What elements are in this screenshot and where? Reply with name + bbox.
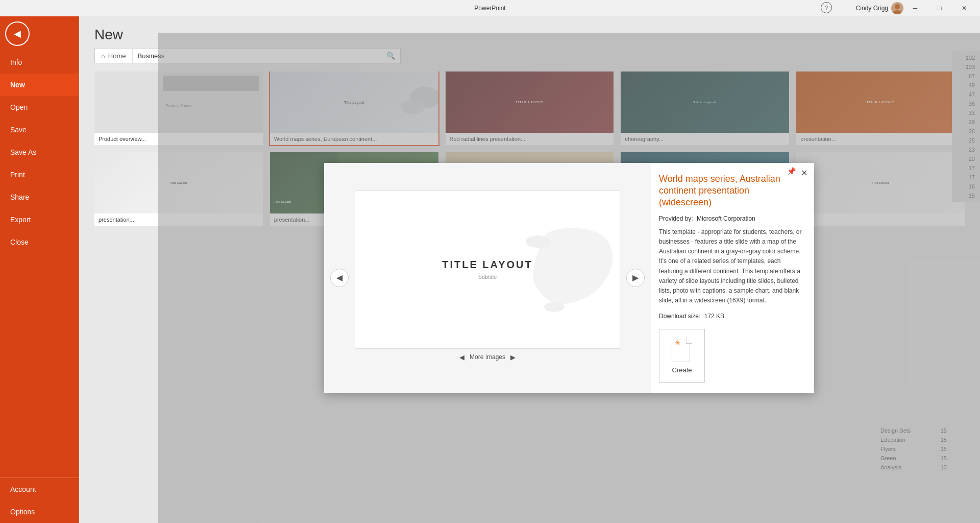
- create-icon-star: ✳: [675, 339, 681, 347]
- modal-template-title: World maps series, Australian continent …: [659, 173, 804, 209]
- sidebar: ◀ Info New Open Save Save As Print Share…: [0, 16, 79, 523]
- user-area: Cindy Grigg: [856, 0, 903, 16]
- sidebar-item-share[interactable]: Share: [0, 186, 79, 208]
- title-bar: PowerPoint Cindy Grigg ? ─ □ ✕: [0, 0, 980, 16]
- modal-download-size: Download size: 172 KB: [659, 313, 804, 320]
- sidebar-item-export[interactable]: Export: [0, 208, 79, 231]
- modal-provided-by: Provided by: Microsoft Corporation: [659, 215, 804, 222]
- minimize-button[interactable]: ─: [903, 0, 927, 16]
- modal-prev-button[interactable]: ◀: [330, 269, 349, 287]
- avatar: [891, 2, 903, 14]
- main-content: New ⌂ Home 🔍 Product Name Product overvi…: [79, 16, 980, 523]
- create-button[interactable]: ✳ Create: [659, 329, 705, 383]
- modal-overlay: ✕ 📌 ◀: [158, 33, 980, 523]
- maximize-button[interactable]: □: [928, 0, 951, 16]
- help-button[interactable]: ?: [821, 2, 832, 13]
- home-label: Home: [108, 52, 126, 60]
- home-icon: ⌂: [101, 52, 105, 60]
- window-controls: ─ □ ✕: [903, 0, 976, 16]
- sidebar-item-info[interactable]: Info: [0, 51, 79, 74]
- modal-info-area: World maps series, Australian continent …: [651, 163, 814, 393]
- create-icon-fold: [686, 338, 692, 344]
- back-button[interactable]: ◀: [5, 21, 30, 46]
- more-images-label: More Images: [470, 353, 505, 361]
- svg-point-6: [526, 235, 550, 248]
- sidebar-item-print[interactable]: Print: [0, 163, 79, 186]
- sidebar-item-close[interactable]: Close: [0, 231, 79, 253]
- sidebar-item-options[interactable]: Options: [0, 501, 79, 523]
- user-name: Cindy Grigg: [856, 5, 888, 12]
- sidebar-item-save[interactable]: Save: [0, 118, 79, 141]
- modal-body: ◀ TITLE LAYOUT: [324, 163, 814, 393]
- modal-dialog: ✕ 📌 ◀: [324, 163, 814, 393]
- svg-point-5: [544, 302, 565, 312]
- preview-subtitle: Subtitle: [442, 274, 532, 280]
- modal-next-button[interactable]: ▶: [626, 269, 645, 287]
- svg-point-1: [893, 10, 902, 14]
- create-label: Create: [672, 366, 692, 374]
- images-prev-button[interactable]: ◀: [459, 353, 464, 361]
- modal-pin-button[interactable]: 📌: [787, 167, 796, 175]
- home-breadcrumb[interactable]: ⌂ Home: [95, 49, 133, 63]
- sidebar-item-save-as[interactable]: Save As: [0, 141, 79, 163]
- modal-close-button[interactable]: ✕: [798, 167, 810, 179]
- preview-title: TITLE LAYOUT: [442, 259, 532, 271]
- close-button[interactable]: ✕: [952, 0, 976, 16]
- create-icon: ✳: [672, 338, 692, 362]
- more-images-bar: ◀ More Images ▶: [355, 349, 620, 365]
- sidebar-item-open[interactable]: Open: [0, 96, 79, 118]
- app-title: PowerPoint: [474, 5, 505, 12]
- preview-slide: TITLE LAYOUT Subtitle: [355, 191, 620, 349]
- modal-description: This template - appropriate for students…: [659, 227, 804, 306]
- modal-preview-area: ◀ TITLE LAYOUT: [324, 163, 651, 393]
- sidebar-bottom: Account Options: [0, 478, 79, 523]
- sidebar-item-new[interactable]: New: [0, 74, 79, 96]
- sidebar-item-account[interactable]: Account: [0, 478, 79, 501]
- images-next-button[interactable]: ▶: [510, 353, 516, 361]
- svg-point-0: [895, 4, 900, 9]
